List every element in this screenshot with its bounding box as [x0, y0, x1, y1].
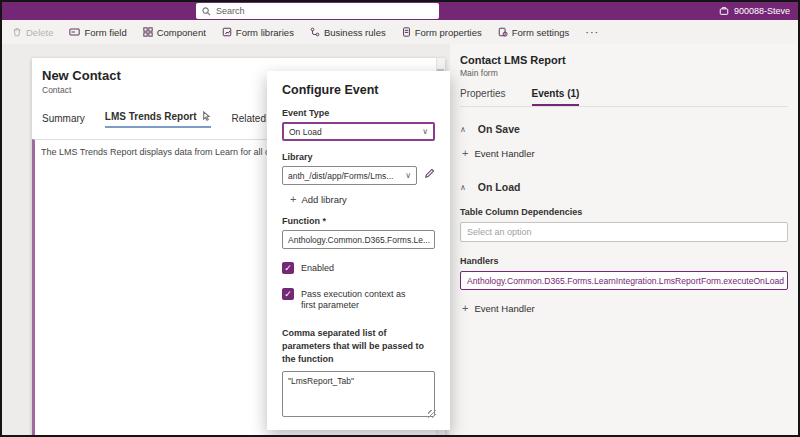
form-field-icon	[69, 27, 80, 37]
chevron-up-icon: ∧	[460, 183, 466, 192]
tab-events[interactable]: Events (1)	[532, 88, 580, 106]
event-type-label: Event Type	[282, 108, 435, 118]
properties-panel: Contact LMS Report Main form Properties …	[450, 44, 798, 435]
handler-item[interactable]: Anthology.Common.D365.Forms.LearnIntegra…	[460, 271, 788, 290]
on-load-add-event-handler-button[interactable]: + Event Handler	[462, 303, 788, 314]
table-column-placeholder: Select an option	[467, 227, 532, 237]
dialog-title: Configure Event	[282, 83, 435, 97]
checkbox-checked-icon: ✓	[282, 288, 294, 300]
plus-icon: +	[462, 303, 468, 314]
account-menu[interactable]: 900088-Steve	[719, 2, 790, 20]
on-load-label: On Load	[478, 181, 521, 193]
business-rules-label: Business rules	[324, 27, 386, 38]
function-input[interactable]: Anthology.Common.D365.Forms.Le...	[282, 230, 435, 249]
search-icon	[202, 7, 211, 16]
component-button[interactable]: Component	[143, 27, 206, 38]
form-field-button[interactable]: Form field	[69, 27, 126, 38]
search-placeholder: Search	[216, 6, 245, 16]
panel-title: Contact LMS Report	[460, 54, 788, 66]
parameters-textarea[interactable]: "LmsReport_Tab"	[282, 371, 435, 417]
handlers-label: Handlers	[460, 256, 788, 266]
chevron-up-icon: ∧	[460, 125, 466, 134]
chevron-down-icon: ∨	[405, 171, 411, 180]
pass-context-label: Pass execution context as first paramete…	[301, 288, 421, 312]
trash-icon	[12, 27, 22, 37]
library-dropdown[interactable]: anth_/dist/app/Forms/Lms... ∨	[282, 166, 417, 185]
parameters-label: Comma separated list of parameters that …	[282, 327, 435, 366]
configure-event-dialog: Configure Event Event Type On Load ∨ Lib…	[267, 71, 450, 430]
panel-tab-strip: Properties Events (1)	[460, 88, 788, 107]
account-label: 900088-Steve	[734, 6, 790, 16]
form-field-label: Form field	[84, 27, 126, 38]
form-libraries-label: Form libraries	[236, 27, 294, 38]
library-value: anth_/dist/app/Forms/Lms...	[288, 171, 393, 181]
tab-lms-trends-report-label: LMS Trends Report	[105, 111, 197, 122]
form-libraries-icon	[222, 27, 232, 37]
function-value: Anthology.Common.D365.Forms.Le...	[288, 235, 430, 245]
handler-value: Anthology.Common.D365.Forms.LearnIntegra…	[467, 276, 784, 286]
textarea-resize-handle[interactable]	[428, 410, 436, 418]
form-settings-label: Form settings	[512, 27, 570, 38]
component-icon	[143, 27, 153, 37]
delete-button[interactable]: Delete	[12, 27, 53, 38]
on-save-section-header[interactable]: ∧ On Save	[460, 123, 788, 135]
on-save-add-event-handler-button[interactable]: + Event Handler	[462, 148, 788, 159]
top-nav-bar: Search 900088-Steve	[2, 2, 798, 20]
tab-summary[interactable]: Summary	[42, 113, 85, 128]
more-commands-button[interactable]: ···	[585, 26, 599, 38]
event-handler-label: Event Handler	[474, 148, 534, 159]
form-properties-button[interactable]: Form properties	[402, 27, 482, 38]
plus-icon: +	[290, 194, 296, 205]
form-properties-icon	[402, 27, 411, 37]
panel-subtitle: Main form	[460, 68, 788, 78]
environment-icon	[719, 6, 729, 16]
form-settings-button[interactable]: Form settings	[498, 27, 570, 38]
form-properties-label: Form properties	[415, 27, 482, 38]
business-rules-button[interactable]: Business rules	[310, 27, 386, 38]
enabled-label: Enabled	[301, 262, 334, 275]
on-save-label: On Save	[478, 123, 520, 135]
tab-summary-label: Summary	[42, 113, 85, 124]
component-label: Component	[157, 27, 206, 38]
pass-context-checkbox[interactable]: ✓ Pass execution context as first parame…	[282, 288, 435, 312]
app-window: Search 900088-Steve Delete Form field	[0, 0, 800, 437]
add-library-button[interactable]: + Add library	[290, 194, 435, 205]
form-settings-icon	[498, 27, 508, 37]
event-handler-label: Event Handler	[474, 303, 534, 314]
business-rules-icon	[310, 27, 320, 37]
tab-properties[interactable]: Properties	[460, 88, 506, 106]
edit-library-icon[interactable]	[424, 168, 435, 179]
plus-icon: +	[462, 148, 468, 159]
library-label: Library	[282, 152, 435, 162]
global-search-input[interactable]: Search	[196, 3, 439, 19]
checkbox-checked-icon: ✓	[282, 262, 294, 274]
form-libraries-button[interactable]: Form libraries	[222, 27, 294, 38]
tab-cursor-icon	[200, 111, 211, 122]
tab-related-label: Related	[231, 113, 265, 124]
event-type-dropdown[interactable]: On Load ∨	[282, 122, 435, 141]
enabled-checkbox[interactable]: ✓ Enabled	[282, 262, 435, 275]
table-column-dependencies-label: Table Column Dependencies	[460, 207, 788, 217]
add-library-label: Add library	[301, 194, 346, 205]
chevron-down-icon: ∨	[422, 127, 428, 136]
on-load-section-header[interactable]: ∧ On Load	[460, 181, 788, 193]
tab-lms-trends-report[interactable]: LMS Trends Report	[105, 111, 212, 128]
table-column-dependencies-input[interactable]: Select an option	[460, 222, 788, 242]
command-bar: Delete Form field Component Form librari…	[2, 20, 798, 44]
function-label: Function *	[282, 216, 435, 226]
delete-label: Delete	[26, 27, 53, 38]
event-type-value: On Load	[289, 127, 322, 137]
